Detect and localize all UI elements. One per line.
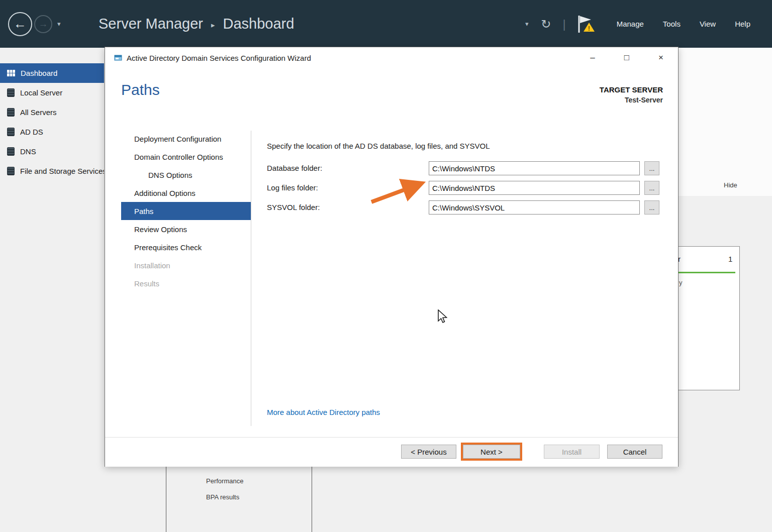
roles-tile-text-fragment: y	[679, 279, 683, 286]
close-button[interactable]: ×	[644, 47, 678, 68]
servers-icon	[7, 108, 15, 117]
sysvol-folder-label: SYSVOL folder:	[267, 200, 320, 215]
nav-step-paths[interactable]: Paths	[121, 202, 251, 220]
nav-step-dns-options[interactable]: DNS Options	[121, 166, 251, 184]
nav-step-additional-options[interactable]: Additional Options	[121, 184, 251, 202]
database-folder-row: Database folder: ...	[267, 161, 664, 175]
sidebar-item-label: AD DS	[20, 128, 43, 136]
sidebar-item-all-servers[interactable]: All Servers	[0, 102, 104, 122]
dialog-footer: < Previous Next > Install Cancel	[105, 437, 678, 467]
menu-tools[interactable]: Tools	[653, 0, 690, 48]
more-about-paths-link[interactable]: More about Active Directory paths	[267, 408, 380, 416]
server-manager-window: ← → ▾ Server Manager ▸ Dashboard ▾ ↻ | !…	[0, 0, 772, 532]
install-button: Install	[544, 445, 600, 459]
sidebar-item-ad-ds[interactable]: AD DS	[0, 122, 104, 142]
sidebar-item-label: Dashboard	[21, 69, 57, 77]
sidebar-item-label: All Servers	[20, 108, 57, 117]
nav-step-review-options[interactable]: Review Options	[121, 220, 251, 238]
log-files-folder-label: Log files folder:	[267, 181, 318, 195]
dashboard-grid-icon	[7, 70, 15, 76]
background-item-performance[interactable]: Performance	[206, 477, 243, 485]
sidebar: Dashboard Local Server All Servers AD DS…	[0, 48, 104, 532]
hide-link[interactable]: Hide	[724, 181, 737, 189]
back-button[interactable]: ←	[8, 12, 32, 36]
roles-tile-fragment: r 1 y	[668, 246, 740, 390]
breadcrumb: Server Manager ▸ Dashboard	[99, 0, 294, 48]
database-folder-input[interactable]	[429, 161, 640, 175]
welcome-tile-fragment	[678, 48, 772, 196]
app-title: Server Manager	[99, 16, 203, 32]
top-bar: ← → ▾ Server Manager ▸ Dashboard ▾ ↻ | !…	[0, 0, 772, 48]
wizard-step-nav: Deployment Configuration Domain Controll…	[121, 130, 251, 292]
dialog-title-bar[interactable]: Active Directory Domain Services Configu…	[105, 47, 678, 68]
sysvol-folder-input[interactable]	[429, 200, 640, 215]
sidebar-item-label: Local Server	[20, 88, 62, 97]
roles-tile-count: 1	[728, 255, 732, 263]
nav-step-prerequisites-check[interactable]: Prerequisites Check	[121, 238, 251, 256]
database-folder-browse-button[interactable]: ...	[644, 161, 659, 175]
sidebar-item-local-server[interactable]: Local Server	[0, 83, 104, 102]
target-server-name: Test-Server	[600, 96, 663, 104]
dialog-title: Active Directory Domain Services Configu…	[127, 54, 311, 62]
nav-step-installation: Installation	[121, 256, 251, 274]
target-server-label: TARGET SERVER	[600, 85, 663, 94]
minimize-button[interactable]: –	[575, 47, 610, 68]
target-server-block: TARGET SERVER Test-Server	[600, 85, 663, 104]
menu-help[interactable]: Help	[725, 0, 760, 48]
log-files-folder-browse-button[interactable]: ...	[644, 181, 659, 195]
nav-content-divider	[251, 131, 251, 426]
ad-ds-icon	[7, 128, 15, 136]
background-item-bpa-results[interactable]: BPA results	[206, 493, 239, 501]
next-button[interactable]: Next >	[463, 445, 520, 459]
sidebar-item-file-storage[interactable]: File and Storage Services	[0, 161, 104, 181]
cancel-button[interactable]: Cancel	[607, 445, 662, 459]
health-green-bar	[674, 272, 735, 273]
svg-text:!: !	[588, 25, 590, 32]
sysvol-folder-row: SYSVOL folder: ...	[267, 200, 664, 215]
server-icon	[7, 88, 15, 97]
background-panel-border	[166, 466, 166, 532]
wizard-window-icon	[114, 54, 122, 62]
sysvol-folder-browse-button[interactable]: ...	[644, 200, 659, 215]
sidebar-item-dns[interactable]: DNS	[0, 142, 104, 161]
forward-arrow-icon: →	[39, 19, 48, 30]
sidebar-item-label: DNS	[20, 147, 36, 156]
refresh-icon[interactable]: ↻	[537, 16, 554, 33]
nav-step-results: Results	[121, 274, 251, 292]
sidebar-item-dashboard[interactable]: Dashboard	[0, 63, 104, 83]
breadcrumb-separator-icon: ▸	[211, 19, 215, 30]
instruction-text: Specify the location of the AD DS databa…	[267, 142, 490, 150]
menu-manage[interactable]: Manage	[607, 0, 653, 48]
file-storage-icon	[7, 167, 15, 175]
forward-button[interactable]: →	[34, 15, 52, 33]
log-files-folder-input[interactable]	[429, 181, 640, 195]
back-arrow-icon: ←	[14, 16, 27, 32]
log-files-folder-row: Log files folder: ...	[267, 181, 664, 195]
notifications-flag-icon[interactable]: !	[574, 13, 597, 36]
menu-view[interactable]: View	[690, 0, 725, 48]
previous-button[interactable]: < Previous	[401, 445, 456, 459]
toolbar-dropdown-icon[interactable]: ▾	[525, 20, 529, 28]
nav-step-deployment-configuration[interactable]: Deployment Configuration	[121, 130, 251, 148]
nav-history-dropdown-icon[interactable]: ▾	[57, 20, 61, 28]
breadcrumb-current: Dashboard	[223, 16, 294, 32]
sidebar-item-label: File and Storage Services	[20, 167, 104, 175]
background-panel-border	[312, 466, 312, 532]
maximize-button[interactable]: □	[610, 47, 644, 68]
mouse-cursor-icon	[437, 309, 449, 324]
nav-step-domain-controller-options[interactable]: Domain Controller Options	[121, 148, 251, 166]
page-title: Paths	[121, 81, 160, 98]
database-folder-label: Database folder:	[267, 161, 322, 175]
toolbar-divider: |	[562, 17, 565, 31]
dns-icon	[7, 147, 15, 156]
adds-config-wizard-dialog: Active Directory Domain Services Configu…	[105, 47, 679, 467]
